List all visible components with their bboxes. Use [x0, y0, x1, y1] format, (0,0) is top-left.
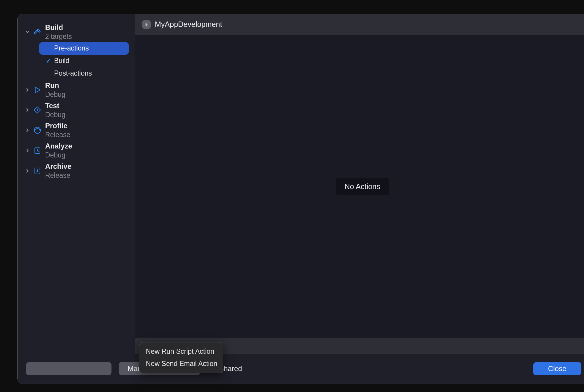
sidebar-section-subtitle: Debug: [45, 111, 65, 119]
sidebar-section-archive[interactable]: Archive Release: [24, 161, 129, 181]
play-icon: [33, 85, 42, 95]
sidebar-section-build[interactable]: Build 2 targets: [24, 22, 129, 42]
empty-state-label: No Actions: [336, 178, 389, 195]
sidebar-section-run[interactable]: Run Debug: [24, 80, 129, 100]
sidebar-build-children: Pre-actions ✓ Build Post-actions: [24, 42, 129, 80]
sidebar-item-label: Build: [54, 57, 69, 65]
sidebar-section-title: Build: [45, 23, 72, 32]
actions-content: No Actions: [135, 35, 584, 338]
scheme-name: MyAppDevelopment: [155, 20, 222, 29]
sidebar-section-title: Run: [45, 81, 65, 90]
sidebar-section-subtitle: Debug: [45, 90, 65, 99]
sidebar-section-subtitle: Release: [45, 131, 70, 139]
upper-pane: Build 2 targets Pre-actions ✓ Build Post…: [18, 14, 584, 354]
hammer-icon: [33, 27, 42, 37]
sidebar-item-label: Post-actions: [54, 69, 92, 77]
sidebar-section-subtitle: 2 targets: [45, 32, 72, 41]
chevron-right-icon[interactable]: [25, 148, 30, 153]
sidebar-section-subtitle: Release: [45, 171, 71, 180]
archive-icon: [33, 166, 42, 176]
sidebar-section-test[interactable]: Test Debug: [24, 100, 129, 120]
analyze-icon: [33, 146, 42, 155]
sidebar-section-profile[interactable]: Profile Release: [24, 120, 129, 140]
sidebar-section-title: Archive: [45, 162, 71, 171]
scheme-sidebar: Build 2 targets Pre-actions ✓ Build Post…: [18, 14, 135, 354]
sidebar-section-analyze[interactable]: Analyze Debug: [24, 140, 129, 161]
menu-item-run-script[interactable]: New Run Script Action: [139, 345, 223, 358]
sidebar-item-pre-actions[interactable]: Pre-actions: [39, 42, 129, 55]
sidebar-item-build[interactable]: ✓ Build: [39, 55, 129, 67]
duplicate-scheme-button[interactable]: [26, 362, 111, 375]
sidebar-section-subtitle: Debug: [45, 151, 72, 160]
sidebar-item-post-actions[interactable]: Post-actions: [39, 67, 129, 80]
check-icon: ✓: [45, 57, 52, 65]
gauge-icon: [33, 125, 42, 135]
scheme-editor-window: Build 2 targets Pre-actions ✓ Build Post…: [17, 14, 584, 384]
diamond-icon: [33, 105, 42, 115]
add-action-menu: New Run Script Action New Send Email Act…: [139, 342, 223, 373]
dialog-footer: Manage Schemes... Shared Close: [18, 354, 584, 384]
sidebar-section-title: Profile: [45, 121, 70, 130]
chevron-down-icon[interactable]: [25, 29, 30, 35]
main-pane: MyAppDevelopment No Actions: [135, 14, 584, 354]
scheme-header: MyAppDevelopment: [135, 14, 584, 35]
svg-point-0: [34, 127, 41, 134]
chevron-right-icon[interactable]: [25, 87, 30, 93]
chevron-right-icon[interactable]: [25, 168, 30, 174]
chevron-right-icon[interactable]: [25, 107, 30, 113]
close-button[interactable]: Close: [533, 362, 581, 375]
menu-item-send-email[interactable]: New Send Email Action: [139, 358, 223, 370]
sidebar-section-title: Analyze: [45, 142, 72, 151]
chevron-right-icon[interactable]: [25, 128, 30, 133]
app-icon: [142, 20, 151, 29]
sidebar-section-title: Test: [45, 101, 65, 110]
sidebar-item-label: Pre-actions: [54, 44, 89, 52]
